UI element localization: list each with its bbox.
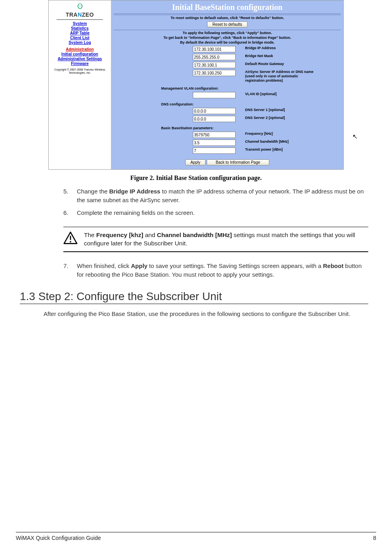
step-7: 7. When finished, click Apply to save yo… [63,262,368,279]
bs-section-head: Basic BaseStation parameters: [161,126,341,130]
step-6: 6. Complete the remaining fields on the … [63,209,368,217]
freq-label: Frequency [kHz] [245,132,273,136]
body-1-3: After configuring the Pico Base Station,… [44,310,368,318]
sidebar: ʘ TRANZEO System Statistics ARP Table Cl… [49,0,111,169]
reset-defaults-button[interactable]: Reset to defaults [207,21,247,27]
screenshot-container: ↖ ʘ TRANZEO System Statistics ARP Table … [48,0,344,170]
nav-client-list[interactable]: Client List [50,36,109,40]
main-pane: Initial BaseStation configuration To res… [111,0,343,169]
apply-caption-3: By default the device will be configured… [114,40,341,44]
apply-caption-1: To apply the following settings, click "… [114,31,341,35]
gateway-label: Default Route Gateway [245,62,284,66]
dns1-label: DNS Server 1 [optional] [245,108,285,112]
page-title: Initial BaseStation configuration [114,3,341,12]
nav-system[interactable]: System [50,21,109,26]
nav-statistics[interactable]: Statistics [50,26,109,31]
step-list-2: 7. When finished, click Apply to save yo… [63,262,368,279]
logo-text: TRANZEO [50,11,109,18]
nav-system-log[interactable]: System Log [50,40,109,45]
bridge-mask-label: Bridge Net Mask [245,54,273,58]
apply-button[interactable]: Apply [185,159,206,165]
vlan-id-input[interactable] [193,92,236,98]
figure-caption: Figure 2. Initial Base Station configura… [16,174,376,182]
nav-arp-table[interactable]: ARP Table [50,31,109,35]
svg-point-2 [70,241,71,243]
footer-title: WiMAX Quick Configuration Guide [16,535,101,541]
txpower-label: Transmit power [dBm] [245,147,283,152]
logo-icon: ʘ [50,3,109,10]
apply-caption-2: To get back to "Information Page", click… [114,36,341,40]
nav-admin-settings[interactable]: Administrative Settings [50,57,109,61]
footer-page-number: 8 [373,535,376,541]
warning-icon [63,231,78,246]
nav-firmware[interactable]: Firmware [50,61,109,66]
copyright-text: Copyright © 2007-2008 Tranzeo Wireless T… [50,68,109,75]
warning-text: The Frequency [khz] and Channel bandwidt… [84,231,368,248]
reset-caption: To reset settings to default values, cli… [114,16,341,20]
heading-1-3: 1.3 Step 2: Configure the Subscriber Uni… [20,290,376,303]
bridge-ip-label: Bridge IP Address [245,46,276,50]
bridge-mask-input[interactable] [193,54,236,60]
step-list: 5. Change the Bridge IP Address to match… [63,187,368,217]
nav-heading-admin: Administration [50,47,109,52]
airsync-input[interactable] [193,70,236,76]
step-5: 5. Change the Bridge IP Address to match… [63,187,368,205]
vlan-section-head: Management VLAN configuration: [161,86,341,90]
nav-initial-config[interactable]: Initial configuration [50,52,109,56]
bw-label: Channel bandwidth [MHz] [245,140,289,144]
freq-input[interactable] [193,132,236,138]
gateway-input[interactable] [193,62,236,68]
airsync-label: AirSync Server IP Address or DNS name (u… [245,70,316,82]
dns2-label: DNS Server 2 [optional] [245,116,285,120]
vlan-id-label: VLAN ID [optional] [245,92,277,96]
cursor-icon: ↖ [352,133,358,140]
back-button[interactable]: Back to Information Page [207,159,269,165]
dns-section-head: DNS configuration: [161,102,341,106]
dns1-input[interactable] [193,108,236,114]
bridge-ip-input[interactable] [193,46,236,52]
warning-callout: The Frequency [khz] and Channel bandwidt… [63,227,368,253]
dns2-input[interactable] [193,116,236,122]
txpower-input[interactable] [193,147,236,154]
page-footer: WiMAX Quick Configuration Guide 8 [16,532,376,541]
bw-input[interactable] [193,140,236,146]
